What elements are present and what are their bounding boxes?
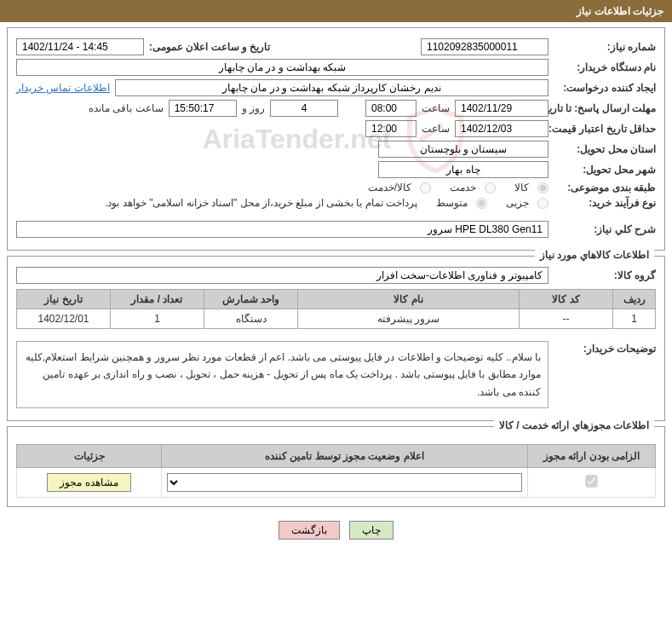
radio-khadamat-label: خدمت xyxy=(450,182,476,193)
license-row: مشاهده مجوز xyxy=(17,468,656,498)
goods-section-title: اطلاعات کالاهاي مورد نیاز xyxy=(535,249,654,261)
radio-kala-khadamat-label: کالا/خدمت xyxy=(368,182,411,193)
province-label: استان محل تحویل: xyxy=(554,143,656,155)
subject-cat-label: طبقه بندی موضوعی: xyxy=(554,182,656,193)
radio-jozee xyxy=(537,198,549,209)
announce-label: تاریخ و ساعت اعلان عمومی: xyxy=(149,41,270,53)
validity-date-field xyxy=(455,120,549,137)
radio-jozee-label: جزیی xyxy=(506,197,529,209)
process-type-label: نوع فرآیند خرید: xyxy=(554,197,656,209)
col-unit: واحد شمارش xyxy=(204,290,298,309)
time-word-1: ساعت xyxy=(422,102,450,114)
lic-col-details: جزئیات xyxy=(17,445,162,468)
main-section: AriaTender.net شماره نیاز: تاریخ و ساعت … xyxy=(7,27,665,251)
deadline-label: مهلت ارسال پاسخ: تا تاریخ: xyxy=(554,102,656,114)
cell-qty: 1 xyxy=(111,309,204,329)
col-code: کد کالا xyxy=(520,290,613,309)
license-table: الزامی بودن ارائه مجوز اعلام وضعیت مجوز … xyxy=(16,444,656,498)
back-button[interactable]: بازگشت xyxy=(279,521,340,540)
province-field xyxy=(378,141,549,158)
deadline-time-field xyxy=(365,100,416,117)
buyer-notes-label: توضیحات خریدار: xyxy=(554,336,656,355)
requestor-field xyxy=(115,79,549,96)
footer-buttons: چاپ بازگشت xyxy=(0,512,672,555)
buyer-org-field xyxy=(16,59,549,76)
lic-col-required: الزامی بودن ارائه مجوز xyxy=(528,445,656,468)
need-number-field xyxy=(421,38,549,55)
group-label: گروه کالا: xyxy=(554,269,656,281)
validity-label: حداقل تاریخ اعتبار قیمت: تا تاریخ: xyxy=(554,123,656,135)
col-name: نام کالا xyxy=(298,290,520,309)
page-title: جزئیات اطلاعات نیاز xyxy=(577,5,663,17)
cell-unit: دستگاه xyxy=(204,309,298,329)
city-field xyxy=(378,161,549,178)
deadline-date-field xyxy=(455,100,549,117)
page-header: جزئیات اطلاعات نیاز xyxy=(0,0,672,22)
process-note: پرداخت تمام یا بخشی از مبلغ خرید،از محل … xyxy=(16,197,417,209)
time-remain-field xyxy=(169,100,237,117)
col-date: تاریخ نیاز xyxy=(17,290,111,309)
city-label: شهر محل تحویل: xyxy=(554,164,656,176)
announce-value-field xyxy=(16,38,144,55)
goods-section: اطلاعات کالاهاي مورد نیاز گروه کالا: ردی… xyxy=(7,256,665,421)
print-button[interactable]: چاپ xyxy=(349,521,393,540)
table-row: 1 -- سرور پیشرفته دستگاه 1 1402/12/01 xyxy=(17,309,656,329)
col-idx: ردیف xyxy=(613,290,656,309)
validity-time-field xyxy=(365,120,416,137)
days-word: روز و xyxy=(242,102,265,114)
contact-link[interactable]: اطلاعات تماس خریدار xyxy=(16,82,110,94)
need-number-label: شماره نیاز: xyxy=(554,41,656,53)
status-select[interactable] xyxy=(167,473,522,492)
radio-kala xyxy=(537,182,549,193)
licenses-section-title: اطلاعات مجوزهاي ارائه خدمت / کالا xyxy=(494,419,654,431)
view-license-button[interactable]: مشاهده مجوز xyxy=(47,473,130,492)
radio-kala-label: کالا xyxy=(514,182,529,193)
time-word-2: ساعت xyxy=(422,123,450,135)
requestor-label: ایجاد کننده درخواست: xyxy=(554,82,656,94)
group-field xyxy=(16,267,549,284)
lic-col-status: اعلام وضعیت مجوز توسط تامین کننده xyxy=(162,445,528,468)
cell-date: 1402/12/01 xyxy=(17,309,111,329)
buyer-org-label: نام دستگاه خریدار: xyxy=(554,61,656,73)
buyer-notes-text: با سلام.. کلیه توضیحات و اطلاعات در فایل… xyxy=(16,341,549,408)
summary-label: شرح کلي نیاز: xyxy=(554,223,656,235)
col-qty: تعداد / مقدار xyxy=(111,290,204,309)
cell-code: -- xyxy=(520,309,613,329)
remain-word: ساعت باقی مانده xyxy=(89,102,164,114)
radio-khadamat xyxy=(485,182,496,193)
goods-table: ردیف کد کالا نام کالا واحد شمارش تعداد /… xyxy=(16,289,656,329)
days-remain-field xyxy=(270,100,338,117)
cell-idx: 1 xyxy=(613,309,656,329)
radio-kala-khadamat xyxy=(420,182,431,193)
radio-motavaset-label: متوسط xyxy=(436,197,468,209)
summary-field xyxy=(16,221,549,238)
cell-name: سرور پیشرفته xyxy=(298,309,520,329)
radio-motavaset xyxy=(476,198,487,209)
required-checkbox xyxy=(585,476,597,488)
licenses-section: اطلاعات مجوزهاي ارائه خدمت / کالا الزامی… xyxy=(7,426,665,507)
